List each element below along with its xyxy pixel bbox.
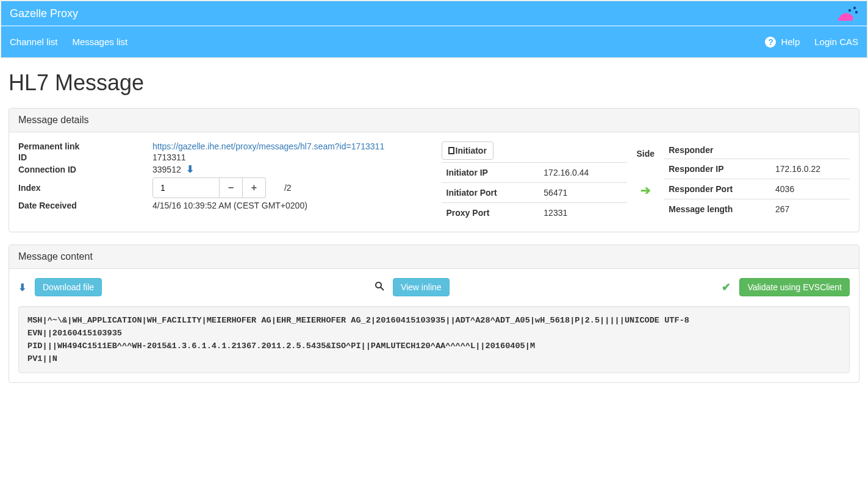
direction-arrow-icon: ➔ [640, 183, 651, 198]
connection-id-label: Connection ID [18, 165, 152, 174]
navbar-top: Gazelle Proxy [1, 1, 867, 26]
index-decrement-button[interactable]: − [220, 177, 243, 198]
responder-header: Responder [664, 141, 850, 159]
initiator-header-button[interactable]: Initiator [442, 141, 493, 160]
nav-help[interactable]: ? Help [765, 37, 800, 48]
message-length-value: 267 [770, 199, 850, 220]
svg-point-3 [376, 282, 381, 288]
message-body: MSH|^~\&|WH_APPLICATION|WH_FACILITY|MEIE… [27, 314, 841, 365]
nav-channel-list[interactable]: Channel list [10, 37, 57, 47]
svg-point-2 [855, 11, 858, 13]
search-icon[interactable] [375, 281, 384, 293]
validate-button[interactable]: Validate using EVSClient [739, 278, 850, 296]
svg-line-4 [381, 287, 384, 290]
side-header: Side [627, 145, 664, 162]
index-input[interactable] [152, 177, 220, 198]
index-total: /2 [284, 183, 292, 193]
date-received-value: 4/15/16 10:39:52 AM (CEST GMT+0200) [152, 201, 434, 210]
copy-icon [448, 147, 454, 154]
initiator-port-value: 56471 [539, 183, 627, 203]
responder-ip-label: Responder IP [664, 159, 770, 179]
index-increment-button[interactable]: + [243, 177, 266, 198]
id-value: 1713311 [152, 152, 434, 162]
responder-ip-value: 172.16.0.22 [770, 159, 850, 179]
message-content-panel: Message content ⬇ Download file View inl… [9, 245, 859, 383]
permanent-link-label: Permanent link [18, 141, 152, 151]
svg-point-0 [853, 7, 856, 9]
message-length-label: Message length [664, 199, 770, 220]
initiator-ip-label: Initiator IP [442, 163, 539, 183]
download-file-button[interactable]: Download file [35, 278, 102, 296]
help-icon: ? [765, 37, 776, 48]
svg-point-1 [848, 9, 851, 12]
message-details-panel: Message details Permanent link https://g… [9, 108, 859, 232]
initiator-port-label: Initiator Port [442, 183, 539, 203]
nav-login[interactable]: Login CAS [814, 37, 858, 47]
check-icon: ✔ [722, 280, 731, 294]
app-logo-icon [838, 6, 858, 21]
message-details-heading: Message details [9, 109, 859, 132]
responder-port-label: Responder Port [664, 179, 770, 199]
view-inline-button[interactable]: View inline [393, 278, 450, 296]
navbar-sub: Channel list Messages list ? Help Login … [1, 26, 867, 58]
id-label: ID [18, 152, 152, 162]
responder-port-value: 4036 [770, 179, 850, 199]
initiator-table: Initiator IP172.16.0.44 Initiator Port56… [442, 162, 628, 223]
app-brand[interactable]: Gazelle Proxy [10, 7, 78, 20]
index-label: Index [18, 183, 152, 193]
initiator-ip-value: 172.16.0.44 [539, 163, 627, 183]
date-received-label: Date Received [18, 201, 152, 210]
responder-table: Responder IP172.16.0.22 Responder Port40… [664, 159, 850, 219]
nav-messages-list[interactable]: Messages list [72, 37, 127, 47]
message-content-heading: Message content [9, 245, 859, 269]
message-body-well: MSH|^~\&|WH_APPLICATION|WH_FACILITY|MEIE… [18, 306, 850, 373]
proxy-port-value: 12331 [539, 203, 627, 223]
download-connection-icon[interactable]: ⬇ [186, 164, 194, 174]
proxy-port-label: Proxy Port [442, 203, 539, 223]
connection-id-value: 339512 [152, 165, 181, 174]
nav-help-label: Help [781, 37, 800, 47]
page-title: HL7 Message [9, 70, 859, 96]
download-icon[interactable]: ⬇ [18, 282, 26, 293]
permanent-link[interactable]: https://gazelle.ihe.net/proxy/messages/h… [152, 141, 384, 151]
